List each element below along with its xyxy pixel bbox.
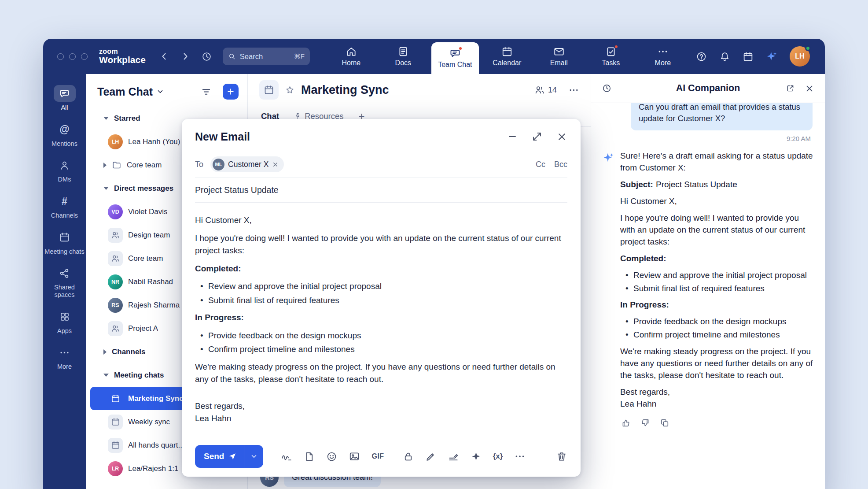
topbar: zoom Workplace Search ⌘F Home Docs Team … [43, 39, 825, 74]
topbar-right: LH [696, 46, 810, 67]
signature-block-icon[interactable] [448, 451, 459, 462]
ai-companion-panel: AI Companion Can you draft an email that… [591, 74, 825, 489]
subject-field[interactable]: Project Status Update [195, 178, 567, 203]
hash-icon: # [54, 193, 76, 210]
send-plane-icon [228, 452, 237, 461]
folder-icon [112, 160, 121, 170]
ai-completed-list: Review and approve the initial project p… [620, 270, 813, 295]
rail-item-channels[interactable]: # Channels [43, 188, 86, 224]
history-icon[interactable] [201, 51, 212, 62]
copy-icon[interactable] [660, 418, 669, 428]
nav-email[interactable]: Email [535, 39, 583, 74]
edit-pencil-icon[interactable] [425, 451, 436, 462]
more-options-icon[interactable] [568, 85, 579, 96]
open-external-icon[interactable] [786, 84, 795, 93]
search-input[interactable]: Search ⌘F [223, 48, 310, 65]
emoji-icon[interactable] [326, 451, 337, 462]
list-item: Submit final list of required features [625, 283, 813, 295]
help-icon[interactable] [696, 51, 707, 62]
close-icon[interactable] [805, 84, 814, 93]
gif-icon[interactable]: GIF [371, 452, 384, 460]
ai-companion-icon[interactable] [766, 51, 777, 62]
bcc-button[interactable]: Bcc [554, 160, 567, 169]
forward-icon[interactable] [180, 51, 191, 62]
profile-avatar[interactable]: LH [790, 46, 810, 67]
thumbs-down-icon[interactable] [640, 418, 650, 428]
notifications-bell-icon[interactable] [719, 51, 730, 62]
caret-down-icon [103, 117, 109, 120]
left-rail: All @ Mentions DMs # Channels Meeting ch… [43, 74, 86, 489]
primary-nav: Home Docs Team Chat Calendar Email Tasks [327, 39, 687, 74]
chevron-down-icon [156, 88, 164, 96]
new-chat-button[interactable] [223, 84, 239, 100]
nav-docs[interactable]: Docs [379, 39, 427, 74]
people-icon [111, 324, 120, 333]
nav-home[interactable]: Home [327, 39, 375, 74]
team-chat-icon [449, 48, 461, 59]
star-icon[interactable] [285, 85, 295, 95]
trash-icon[interactable] [556, 451, 567, 462]
email-body-editor[interactable]: Hi Customer X, I hope you're doing well!… [195, 203, 567, 426]
sidebar-title-dropdown[interactable]: Team Chat [97, 85, 164, 98]
rail-item-more[interactable]: More [43, 339, 86, 375]
to-field[interactable]: To ML Customer X Cc Bcc [195, 151, 567, 178]
variables-icon[interactable]: {x} [493, 452, 503, 461]
list-item: Review and approve the initial project p… [200, 280, 567, 293]
template-file-icon[interactable] [304, 451, 315, 462]
nav-team-chat[interactable]: Team Chat [431, 42, 479, 74]
rail-item-all[interactable]: All [43, 80, 86, 116]
nav-tasks[interactable]: Tasks [587, 39, 635, 74]
close-icon[interactable] [556, 131, 567, 142]
signature-icon[interactable] [281, 451, 292, 462]
page-title: Marketing Sync [301, 83, 389, 97]
presence-dot [805, 45, 811, 51]
team-avatar [108, 321, 123, 336]
more-icon[interactable] [514, 451, 526, 462]
tasks-icon [605, 46, 617, 57]
back-icon[interactable] [159, 51, 169, 62]
nav-more[interactable]: More [639, 39, 687, 74]
thumbs-up-icon[interactable] [621, 418, 631, 428]
insert-image-icon[interactable] [349, 451, 360, 462]
rail-item-apps[interactable]: Apps [43, 304, 86, 340]
filter-icon[interactable] [201, 87, 211, 97]
avatar: LR [108, 461, 123, 476]
cc-button[interactable]: Cc [536, 160, 545, 169]
nav-calendar[interactable]: Calendar [483, 39, 531, 74]
notification-dot [458, 46, 463, 51]
send-split-button: Send [195, 445, 263, 468]
avatar: VD [108, 204, 123, 219]
close-window-button[interactable] [57, 53, 64, 60]
rail-item-mentions[interactable]: @ Mentions [43, 116, 86, 152]
caret-right-icon [103, 163, 107, 168]
remove-recipient-icon[interactable] [272, 161, 279, 168]
lock-icon[interactable] [403, 451, 414, 462]
recipient-avatar: ML [213, 159, 224, 170]
ai-compose-sparkle-icon[interactable] [471, 451, 482, 462]
person-icon [54, 157, 76, 174]
chat-bubble-icon [54, 85, 76, 102]
avatar: NR [108, 274, 123, 289]
send-options-button[interactable] [244, 445, 263, 468]
ai-history-icon[interactable] [602, 83, 612, 93]
ai-conversation[interactable]: Can you draft an email that provides a s… [591, 103, 825, 489]
caret-right-icon [103, 349, 107, 355]
minimize-window-button[interactable] [69, 53, 76, 60]
calendar-mini-icon[interactable] [743, 51, 754, 62]
recipient-chip[interactable]: ML Customer X [210, 156, 284, 172]
send-button[interactable]: Send [195, 445, 244, 468]
minimize-icon[interactable] [507, 131, 518, 142]
people-icon [534, 85, 545, 95]
apps-grid-icon [54, 308, 76, 325]
completed-list: Review and approve the initial project p… [195, 280, 567, 307]
list-item: Review and approve the initial project p… [625, 270, 813, 282]
members-count[interactable]: 14 [534, 85, 557, 95]
zoom-window-button[interactable] [81, 53, 88, 60]
rail-item-meeting-chats[interactable]: Meeting chats [43, 224, 86, 260]
rail-item-dms[interactable]: DMs [43, 152, 86, 188]
expand-icon[interactable] [532, 131, 542, 142]
zoom-workplace-logo: zoom Workplace [99, 48, 146, 65]
calendar-icon [111, 417, 120, 426]
channel-icon [259, 80, 279, 100]
rail-item-shared-spaces[interactable]: Shared spaces [43, 260, 86, 303]
